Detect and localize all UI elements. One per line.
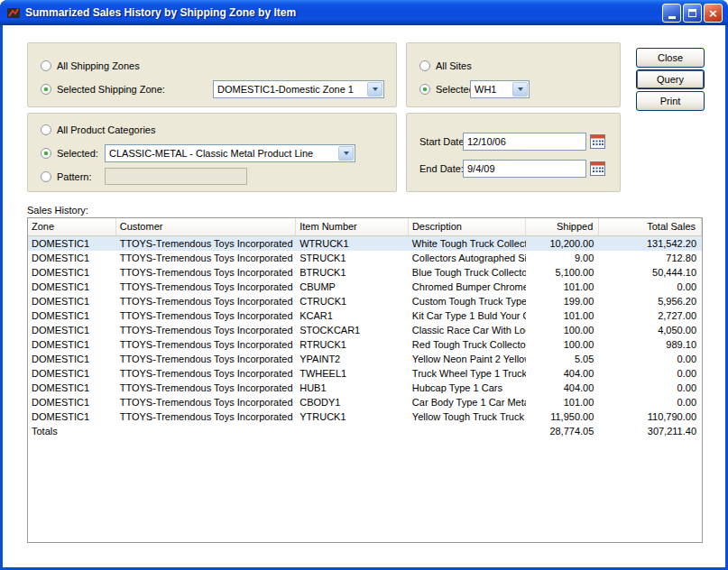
cell-customer: TTOYS-Tremendous Toys Incorporated — [116, 381, 296, 395]
cell-zone: DOMESTIC1 — [28, 280, 116, 294]
app-icon — [6, 5, 21, 20]
product-category-group: All Product Categories Selected: CLASSIC… — [27, 113, 397, 192]
table-row[interactable]: DOMESTIC1TTOYS-Tremendous Toys Incorpora… — [28, 395, 702, 409]
cell-item: WTRUCK1 — [296, 236, 409, 251]
column-header-description[interactable]: Description — [409, 218, 526, 235]
cell-zone: DOMESTIC1 — [28, 352, 116, 366]
table-row[interactable]: DOMESTIC1TTOYS-Tremendous Toys Incorpora… — [28, 409, 702, 424]
table-row[interactable]: DOMESTIC1TTOYS-Tremendous Toys Incorpora… — [28, 337, 702, 352]
totals-row: Totals28,774.05307,211.40 — [28, 424, 702, 438]
cell-item: RTRUCK1 — [296, 337, 409, 352]
combo-value: DOMESTIC1-Domestic Zone 1 — [214, 84, 366, 95]
start-date-label: Start Date: — [419, 136, 467, 147]
cell-item: STRUCK1 — [296, 251, 409, 265]
cell-shipped: 101.00 — [526, 280, 600, 294]
column-header-shipped[interactable]: Shipped — [526, 218, 600, 235]
table-row[interactable]: DOMESTIC1TTOYS-Tremendous Toys Incorpora… — [28, 265, 702, 280]
cell-customer — [116, 424, 296, 438]
cell-description: Classic Race Car With Logo Car ... — [409, 323, 526, 337]
cell-item: CBODY1 — [296, 395, 409, 409]
calendar-icon[interactable] — [590, 134, 605, 149]
date-range-group: Start Date: End Date: — [406, 113, 621, 192]
cell-shipped: 101.00 — [526, 308, 600, 323]
table-row[interactable]: DOMESTIC1TTOYS-Tremendous Toys Incorpora… — [28, 251, 702, 265]
maximize-icon[interactable] — [683, 4, 702, 23]
start-date-input[interactable] — [463, 133, 586, 151]
cell-zone: DOMESTIC1 — [28, 337, 116, 352]
window-title: Summarized Sales History by Shipping Zon… — [25, 6, 662, 19]
chevron-down-icon[interactable] — [367, 82, 382, 97]
table-row[interactable]: DOMESTIC1TTOYS-Tremendous Toys Incorpora… — [28, 236, 702, 251]
cell-shipped: 100.00 — [526, 337, 600, 352]
sales-history-table: Zone Customer Item Number Description Sh… — [27, 217, 703, 543]
shipping-zone-select[interactable]: DOMESTIC1-Domestic Zone 1 — [213, 80, 384, 98]
pattern-input[interactable] — [105, 168, 247, 185]
radio-selected-category[interactable]: Selected: — [41, 148, 98, 159]
radio-unchecked-icon — [419, 60, 430, 71]
window-controls: × — [662, 4, 723, 23]
cell-customer: TTOYS-Tremendous Toys Incorporated — [116, 251, 296, 265]
cell-customer: TTOYS-Tremendous Toys Incorporated — [116, 294, 296, 308]
cell-zone: DOMESTIC1 — [28, 294, 116, 308]
calendar-icon[interactable] — [590, 161, 605, 176]
radio-unchecked-icon — [41, 171, 51, 182]
cell-total: 2,727.00 — [599, 308, 702, 323]
cell-item — [296, 424, 409, 438]
product-category-select[interactable]: CLASSIC-METAL - Classic Metal Product Li… — [105, 144, 355, 162]
combo-value: CLASSIC-METAL - Classic Metal Product Li… — [106, 148, 337, 159]
radio-selected-site[interactable]: Selected: — [419, 84, 477, 95]
radio-label: Selected: — [57, 148, 98, 159]
table-row[interactable]: DOMESTIC1TTOYS-Tremendous Toys Incorpora… — [28, 352, 702, 366]
sites-group: All Sites Selected: WH1 — [406, 42, 621, 107]
cell-description: Hubcap Type 1 Cars — [409, 381, 526, 395]
radio-unchecked-icon — [41, 124, 51, 135]
column-header-total-sales[interactable]: Total Sales — [599, 218, 702, 235]
table-row[interactable]: DOMESTIC1TTOYS-Tremendous Toys Incorpora… — [28, 366, 702, 381]
cell-zone: DOMESTIC1 — [28, 366, 116, 381]
cell-description: Red Tough Truck Collectors — [409, 337, 526, 352]
table-row[interactable]: DOMESTIC1TTOYS-Tremendous Toys Incorpora… — [28, 308, 702, 323]
table-row[interactable]: DOMESTIC1TTOYS-Tremendous Toys Incorpora… — [28, 323, 702, 337]
cell-total: 131,542.20 — [599, 236, 702, 251]
cell-shipped: 100.00 — [526, 323, 600, 337]
radio-all-sites[interactable]: All Sites — [419, 60, 472, 71]
table-row[interactable]: DOMESTIC1TTOYS-Tremendous Toys Incorpora… — [28, 294, 702, 308]
chevron-down-icon[interactable] — [512, 82, 528, 97]
minimize-icon[interactable] — [662, 4, 681, 23]
chevron-down-icon[interactable] — [338, 146, 354, 161]
radio-all-product-categories[interactable]: All Product Categories — [41, 124, 155, 135]
cell-description: Blue Tough Truck Collectors — [409, 265, 526, 280]
query-button[interactable]: Query — [636, 69, 705, 89]
radio-label: Pattern: — [57, 171, 92, 182]
cell-shipped: 10,200.00 — [526, 236, 600, 251]
cell-shipped: 11,950.00 — [526, 409, 600, 424]
cell-item: BTRUCK1 — [296, 265, 409, 280]
cell-item: TWHEEL1 — [296, 366, 409, 381]
site-select[interactable]: WH1 — [470, 80, 530, 98]
cell-zone: DOMESTIC1 — [28, 308, 116, 323]
cell-description: Yellow Tough Truck Truck Type 1 — [409, 409, 526, 424]
radio-all-shipping-zones[interactable]: All Shipping Zones — [41, 60, 140, 71]
end-date-input[interactable] — [463, 160, 586, 178]
shipping-zone-group: All Shipping Zones Selected Shipping Zon… — [27, 42, 397, 107]
cell-zone: DOMESTIC1 — [28, 251, 116, 265]
close-window-icon[interactable]: × — [704, 4, 723, 23]
close-button[interactable]: Close — [636, 48, 705, 68]
radio-pattern[interactable]: Pattern: — [41, 171, 92, 182]
cell-customer: TTOYS-Tremendous Toys Incorporated — [116, 265, 296, 280]
radio-label: All Shipping Zones — [57, 60, 140, 71]
column-header-zone[interactable]: Zone — [28, 218, 116, 235]
cell-total: 5,956.20 — [599, 294, 702, 308]
column-header-customer[interactable]: Customer — [116, 218, 296, 235]
cell-description: Collectors Autographed Signed T... — [409, 251, 526, 265]
end-date-label: End Date: — [419, 163, 464, 174]
cell-customer: TTOYS-Tremendous Toys Incorporated — [116, 236, 296, 251]
table-row[interactable]: DOMESTIC1TTOYS-Tremendous Toys Incorpora… — [28, 381, 702, 395]
cell-description: Chromed Bumper Chromed Thro... — [409, 280, 526, 294]
column-header-item-number[interactable]: Item Number — [296, 218, 409, 235]
radio-selected-shipping-zone[interactable]: Selected Shipping Zone: — [41, 84, 165, 95]
cell-shipped: 5.05 — [526, 352, 600, 366]
radio-label: Selected Shipping Zone: — [57, 84, 165, 95]
print-button[interactable]: Print — [636, 91, 705, 111]
table-row[interactable]: DOMESTIC1TTOYS-Tremendous Toys Incorpora… — [28, 280, 702, 294]
